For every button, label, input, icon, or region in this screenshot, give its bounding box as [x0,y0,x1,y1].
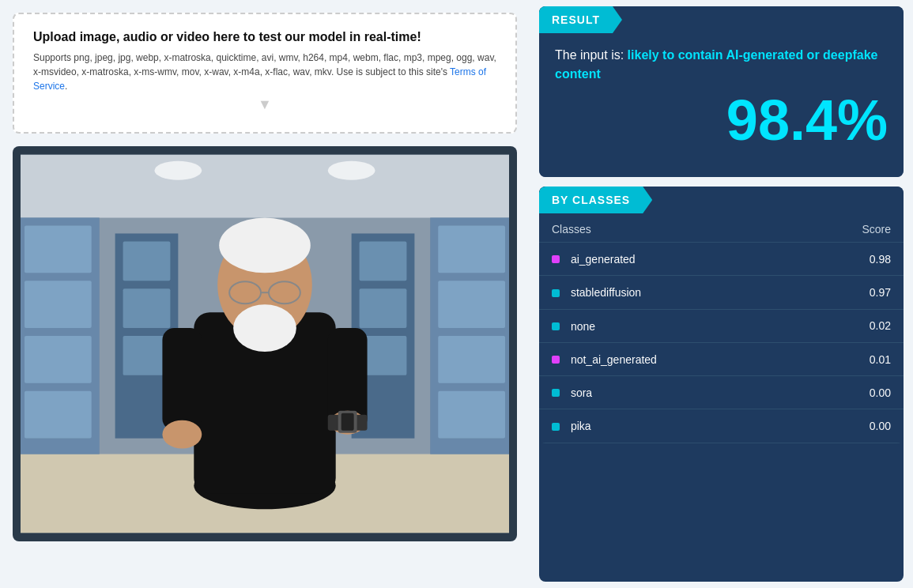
result-header-text: RESULT [552,13,600,26]
class-name-label: pika [571,420,591,433]
upload-title: Upload image, audio or video here to tes… [33,30,496,44]
class-score-cell: 0.01 [797,342,904,375]
upload-description: Supports png, jpeg, jpg, webp, x-matrosk… [33,51,496,93]
class-score-cell: 0.97 [797,276,904,309]
class-name-label: stablediffusion [571,287,641,300]
class-name-label: none [571,320,595,333]
upload-box[interactable]: Upload image, audio or video here to tes… [13,13,517,134]
uploaded-image [21,154,509,533]
class-name-cell: sora [539,376,797,409]
svg-rect-39 [430,218,509,454]
class-score-cell: 0.00 [797,376,904,409]
svg-rect-29 [162,328,202,431]
arrow-down-icon: ▼ [33,96,496,113]
classes-table: Classes Score ai_generated 0.98 stabledi… [539,213,904,443]
table-row: stablediffusion 0.97 [539,276,904,309]
left-panel: Upload image, audio or video here to tes… [0,0,530,588]
class-score-cell: 0.98 [797,243,904,276]
right-panel: RESULT The input is: likely to contain A… [530,0,913,588]
class-name-cell: none [539,309,797,342]
svg-point-36 [154,161,202,180]
class-name-label: not_ai_generated [571,353,657,366]
class-score-cell: 0.00 [797,409,904,443]
table-row: none 0.02 [539,309,904,342]
col-header-classes: Classes [539,213,797,243]
result-header: RESULT [539,6,622,33]
svg-point-24 [219,218,311,273]
svg-rect-14 [123,241,171,281]
svg-rect-38 [21,218,100,454]
table-row: sora 0.00 [539,376,904,409]
class-color-indicator [552,423,560,431]
class-name-label: ai_generated [571,253,636,266]
class-name-cell: pika [539,409,797,443]
svg-rect-18 [360,241,407,281]
result-body: The input is: likely to contain AI-gener… [539,33,904,164]
table-row: ai_generated 0.98 [539,243,904,276]
class-score-cell: 0.02 [797,309,904,342]
class-color-indicator [552,289,560,297]
classes-card: BY CLASSES Classes Score ai_generated 0.… [539,187,904,582]
table-row: not_ai_generated 0.01 [539,342,904,375]
svg-rect-15 [123,288,171,328]
class-name-cell: stablediffusion [539,276,797,309]
result-percentage: 98.4% [555,92,888,149]
class-name-cell: not_ai_generated [539,342,797,375]
svg-rect-19 [360,288,407,328]
svg-point-31 [162,420,202,449]
result-card: RESULT The input is: likely to contain A… [539,6,904,177]
class-name-cell: ai_generated [539,243,797,276]
svg-rect-35 [341,413,354,431]
class-color-indicator [552,389,560,397]
svg-rect-1 [21,155,509,218]
class-color-indicator [552,255,560,263]
class-name-label: sora [571,386,592,399]
svg-point-25 [233,304,296,352]
classes-table-wrapper[interactable]: Classes Score ai_generated 0.98 stabledi… [539,213,904,443]
class-color-indicator [552,356,560,364]
class-color-indicator [552,322,560,330]
col-header-score: Score [797,213,904,243]
result-description: The input is: likely to contain AI-gener… [555,46,888,84]
svg-point-37 [328,161,375,180]
image-container [13,146,517,541]
classes-header: BY CLASSES [539,187,652,213]
table-row: pika 0.00 [539,409,904,443]
classes-header-text: BY CLASSES [552,194,630,206]
